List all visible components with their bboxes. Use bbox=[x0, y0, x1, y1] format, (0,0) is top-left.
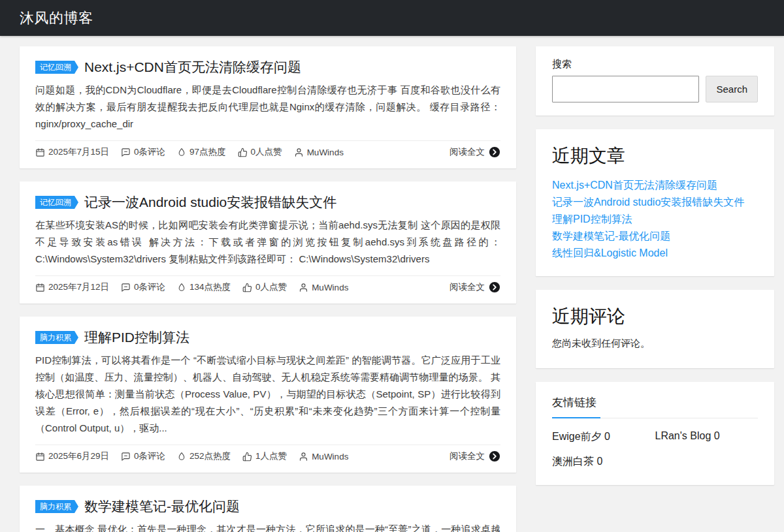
recent-post-link[interactable]: Next.js+CDN首页无法清除缓存问题 bbox=[552, 177, 717, 194]
post-comments: 0条评论 bbox=[121, 450, 165, 462]
post-likes: 0人点赞 bbox=[242, 281, 287, 293]
post-comments-text: 0条评论 bbox=[134, 146, 165, 158]
arrow-right-circle-icon bbox=[489, 450, 500, 462]
post-heat-text: 134点热度 bbox=[189, 281, 231, 293]
user-icon bbox=[299, 452, 308, 462]
post-date-text: 2025年6月29日 bbox=[48, 450, 109, 462]
page-body: 记忆回溯 Next.js+CDN首页无法清除缓存问题 问题如题，我的CDN为Cl… bbox=[0, 36, 784, 532]
search-input[interactable] bbox=[552, 76, 699, 102]
calendar-icon bbox=[35, 148, 45, 157]
post-heat: 97点热度 bbox=[177, 146, 226, 158]
comment-icon bbox=[121, 452, 131, 462]
recent-posts-title: 近期文章 bbox=[552, 146, 758, 166]
user-icon bbox=[294, 148, 304, 157]
post-title[interactable]: Next.js+CDN首页无法清除缓存问题 bbox=[84, 58, 301, 76]
friend-link[interactable]: LRan's Blog 0 bbox=[655, 430, 759, 444]
thumbs-up-icon bbox=[242, 283, 252, 292]
calendar-icon bbox=[35, 452, 45, 462]
friend-links-widget: 友情链接 Ewige前夕 0 LRan's Blog 0 澳洲白茶 0 bbox=[536, 382, 774, 485]
post-date: 2025年6月29日 bbox=[35, 450, 109, 462]
search-label: 搜索 bbox=[552, 58, 758, 70]
post-author-text: MuWinds bbox=[312, 283, 348, 292]
sidebar: 搜索 Search 近期文章 Next.js+CDN首页无法清除缓存问题 记录一… bbox=[536, 46, 774, 485]
post-likes-text: 0人点赞 bbox=[251, 146, 282, 158]
post-footer: 2025年7月12日 0条评论 134点热度 0人点赞 bbox=[35, 275, 500, 298]
post-date-text: 2025年7月15日 bbox=[48, 146, 109, 158]
thumbs-up-icon bbox=[242, 452, 252, 462]
post-author: MuWinds bbox=[299, 452, 348, 462]
post-meta: 2025年7月12日 0条评论 134点热度 0人点赞 bbox=[35, 281, 348, 293]
search-button[interactable]: Search bbox=[706, 76, 758, 102]
category-badge[interactable]: 记忆回溯 bbox=[35, 61, 78, 74]
read-more-link[interactable]: 阅读全文 bbox=[449, 450, 500, 462]
post-excerpt: 一、基本概念 最优化：首先是一种理念，其次才是一种方法，它所追求的是一种“至善”… bbox=[35, 521, 500, 532]
post-likes-text: 1人点赞 bbox=[255, 450, 287, 462]
user-icon bbox=[299, 283, 308, 292]
post-title[interactable]: 数学建模笔记-最优化问题 bbox=[84, 497, 240, 516]
post-date: 2025年7月15日 bbox=[35, 146, 109, 158]
post-footer: 2025年7月15日 0条评论 97点热度 0人点赞 bbox=[35, 140, 500, 163]
category-badge[interactable]: 脑力积累 bbox=[35, 331, 78, 344]
post-heat: 134点热度 bbox=[177, 281, 231, 293]
list-item: Next.js+CDN首页无法清除缓存问题 bbox=[552, 177, 758, 194]
recent-post-link[interactable]: 线性回归&Logistic Model bbox=[552, 245, 668, 262]
category-badge[interactable]: 记忆回溯 bbox=[35, 196, 78, 209]
post-card: 记忆回溯 Next.js+CDN首页无法清除缓存问题 问题如题，我的CDN为Cl… bbox=[20, 46, 516, 168]
post-card: 脑力积累 理解PID控制算法 PID控制算法，可以将其看作是一个 “不断尝试缩小… bbox=[20, 317, 516, 473]
site-header: 沐风的博客 bbox=[0, 0, 784, 36]
post-author-text: MuWinds bbox=[307, 148, 344, 157]
post-author: MuWinds bbox=[299, 283, 348, 292]
search-row: Search bbox=[552, 76, 758, 102]
post-heat: 252点热度 bbox=[177, 450, 231, 462]
post-head: 记忆回溯 记录一波Android studio安装报错缺失文件 bbox=[35, 193, 500, 211]
list-item: 数学建模笔记-最优化问题 bbox=[552, 228, 758, 245]
post-excerpt: 在某些环境安装AS的时候，比如网吧安装会有此类弹窗提示说；当前aehd.sys无… bbox=[35, 217, 500, 268]
read-more-link[interactable]: 阅读全文 bbox=[449, 281, 500, 293]
site-title[interactable]: 沐风的博客 bbox=[20, 8, 93, 28]
post-comments: 0条评论 bbox=[121, 281, 165, 293]
read-more-text: 阅读全文 bbox=[449, 281, 485, 293]
recent-post-link[interactable]: 记录一波Android studio安装报错缺失文件 bbox=[552, 194, 744, 211]
category-badge[interactable]: 脑力积累 bbox=[35, 500, 78, 513]
post-date-text: 2025年7月12日 bbox=[48, 281, 109, 293]
read-more-text: 阅读全文 bbox=[449, 146, 485, 158]
post-date: 2025年7月12日 bbox=[35, 281, 109, 293]
post-head: 脑力积累 数学建模笔记-最优化问题 bbox=[35, 497, 500, 516]
post-author-text: MuWinds bbox=[312, 452, 348, 462]
post-likes: 1人点赞 bbox=[242, 450, 287, 462]
search-widget: 搜索 Search bbox=[536, 46, 774, 116]
post-title[interactable]: 理解PID控制算法 bbox=[84, 328, 189, 347]
read-more-link[interactable]: 阅读全文 bbox=[449, 146, 500, 158]
calendar-icon bbox=[35, 283, 45, 292]
thumbs-up-icon bbox=[238, 148, 248, 157]
recent-posts-list: Next.js+CDN首页无法清除缓存问题 记录一波Android studio… bbox=[552, 177, 758, 262]
post-head: 脑力积累 理解PID控制算法 bbox=[35, 328, 500, 347]
post-excerpt: 问题如题，我的CDN为Cloudflare，即便是去Cloudflare控制台清… bbox=[35, 82, 500, 133]
post-likes: 0人点赞 bbox=[238, 146, 282, 158]
post-author: MuWinds bbox=[294, 148, 344, 157]
post-excerpt: PID控制算法，可以将其看作是一个 “不断尝试缩小目标与现状之间差距” 的智能调… bbox=[35, 352, 500, 437]
post-comments: 0条评论 bbox=[121, 146, 165, 158]
recent-post-link[interactable]: 理解PID控制算法 bbox=[552, 211, 632, 228]
post-meta: 2025年6月29日 0条评论 252点热度 1人点赞 bbox=[35, 450, 348, 462]
recent-post-link[interactable]: 数学建模笔记-最优化问题 bbox=[552, 228, 670, 245]
recent-posts-widget: 近期文章 Next.js+CDN首页无法清除缓存问题 记录一波Android s… bbox=[536, 129, 774, 276]
no-comments-text: 您尚未收到任何评论。 bbox=[552, 337, 758, 350]
comment-icon bbox=[121, 283, 131, 292]
friend-link[interactable]: 澳洲白茶 0 bbox=[552, 455, 655, 469]
post-likes-text: 0人点赞 bbox=[255, 281, 287, 293]
heat-drop-icon bbox=[177, 148, 186, 157]
friend-link[interactable]: Ewige前夕 0 bbox=[552, 430, 655, 444]
read-more-text: 阅读全文 bbox=[449, 450, 485, 462]
heat-drop-icon bbox=[177, 452, 186, 461]
heat-drop-icon bbox=[177, 283, 186, 292]
post-comments-text: 0条评论 bbox=[134, 281, 165, 293]
post-comments-text: 0条评论 bbox=[134, 450, 165, 462]
list-item: 记录一波Android studio安装报错缺失文件 bbox=[552, 194, 758, 211]
recent-comments-title: 近期评论 bbox=[552, 306, 758, 327]
post-footer: 2025年6月29日 0条评论 252点热度 1人点赞 bbox=[35, 445, 500, 467]
post-title[interactable]: 记录一波Android studio安装报错缺失文件 bbox=[84, 193, 336, 211]
post-heat-text: 97点热度 bbox=[189, 146, 226, 158]
friend-links-title: 友情链接 bbox=[552, 395, 758, 418]
recent-comments-widget: 近期评论 您尚未收到任何评论。 bbox=[536, 290, 774, 368]
